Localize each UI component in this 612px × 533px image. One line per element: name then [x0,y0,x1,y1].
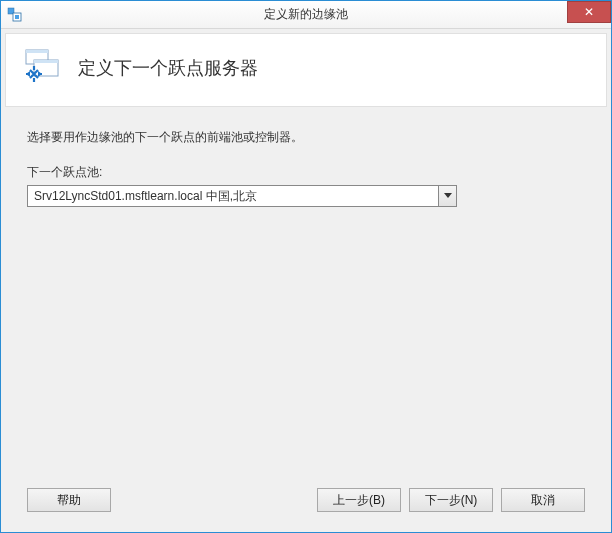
next-hop-pool-dropdown[interactable]: Srv12LyncStd01.msftlearn.local 中国,北京 [27,185,457,207]
next-button[interactable]: 下一步(N) [409,488,493,512]
page-title: 定义下一个跃点服务器 [78,56,258,80]
svg-rect-4 [26,50,48,53]
back-button[interactable]: 上一步(B) [317,488,401,512]
close-icon: ✕ [584,5,594,19]
svg-marker-9 [444,193,452,198]
instruction-text: 选择要用作边缘池的下一个跃点的前端池或控制器。 [27,129,585,146]
window-title: 定义新的边缘池 [1,6,611,23]
next-hop-pool-label: 下一个跃点池: [27,164,585,181]
wizard-window: 定义新的边缘池 ✕ 定义下一个跃点服务器 选择要用作边缘池的下一个跃点的前端池 [0,0,612,533]
svg-marker-7 [26,71,30,77]
wizard-header: 定义下一个跃点服务器 [5,33,607,107]
server-pool-icon [24,48,64,88]
wizard-body: 选择要用作边缘池的下一个跃点的前端池或控制器。 下一个跃点池: Srv12Lyn… [5,107,607,478]
cancel-button[interactable]: 取消 [501,488,585,512]
svg-rect-2 [15,15,19,19]
app-icon [7,7,23,23]
chevron-down-icon [438,186,456,206]
dropdown-selected-text: Srv12LyncStd01.msftlearn.local 中国,北京 [28,186,438,206]
button-row: 帮助 上一步(B) 下一步(N) 取消 [5,478,607,528]
content-area: 定义下一个跃点服务器 选择要用作边缘池的下一个跃点的前端池或控制器。 下一个跃点… [1,29,611,532]
help-button[interactable]: 帮助 [27,488,111,512]
titlebar: 定义新的边缘池 ✕ [1,1,611,29]
close-button[interactable]: ✕ [567,1,611,23]
svg-rect-6 [34,60,58,63]
